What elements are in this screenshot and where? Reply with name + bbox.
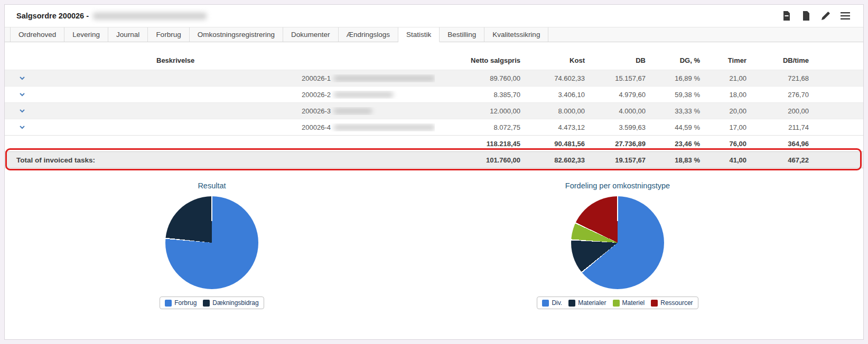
dg-value: 59,38 %: [650, 91, 704, 99]
legend-label: Forbrug: [174, 299, 197, 307]
chevron-down-icon: [20, 93, 24, 95]
legend-item-dækningsbidrag[interactable]: Dækningsbidrag: [203, 299, 258, 307]
header-timer: Timer: [704, 56, 751, 64]
task-description-redacted: [334, 92, 393, 98]
timer-value: 21,00: [704, 74, 751, 82]
kost-value: 3.406,10: [525, 91, 589, 99]
sum-db-time: 364,96: [751, 140, 813, 148]
db-value: 15.157,67: [589, 74, 650, 82]
tab-dokumenter[interactable]: Dokumenter: [283, 27, 339, 42]
table-row[interactable]: 200026-3 12.000,00 8.000,00 4.000,00 33,…: [5, 102, 863, 119]
sum-db: 27.736,89: [589, 140, 650, 148]
sum-timer: 76,00: [704, 140, 751, 148]
legend-label: Materialer: [578, 299, 606, 307]
table-row[interactable]: 200026-4 8.072,75 4.473,12 3.599,63 44,5…: [5, 119, 863, 135]
header-dg-pct: DG, %: [650, 56, 704, 64]
dg-value: 33,33 %: [650, 107, 704, 115]
fordeling-legend: Div.MaterialerMaterielRessourcer: [537, 297, 698, 309]
expand-row-button[interactable]: [18, 74, 26, 82]
tab-levering[interactable]: Levering: [64, 27, 108, 42]
tab-ændringslogs[interactable]: Ændringslogs: [339, 27, 399, 42]
total-dg: 18,83 %: [650, 156, 704, 164]
task-description-redacted: [334, 125, 435, 130]
dg-value: 16,89 %: [650, 74, 704, 82]
task-number: 200026-1: [302, 74, 331, 82]
chevron-down-icon: [20, 110, 24, 112]
table-header-row: Beskrivelse Netto salgspris Kost DB DG, …: [5, 51, 863, 70]
tab-omkostningsregistrering[interactable]: Omkostningsregistrering: [190, 27, 283, 42]
legend-swatch: [651, 300, 658, 307]
task-description-redacted: [334, 108, 372, 114]
header-db: DB: [589, 56, 650, 64]
tab-journal[interactable]: Journal: [108, 27, 148, 42]
legend-label: Materiel: [622, 299, 645, 307]
legend-swatch: [613, 300, 620, 307]
kost-value: 74.602,33: [525, 74, 589, 82]
db-time-value: 200,00: [751, 107, 813, 115]
table-row[interactable]: 200026-2 8.385,70 3.406,10 4.979,60 59,3…: [5, 86, 863, 102]
netto-value: 89.760,00: [435, 74, 525, 82]
table-body: 200026-1 89.760,00 74.602,33 15.157,67 1…: [5, 70, 863, 135]
task-number: 200026-3: [302, 107, 331, 115]
header-netto-salgspris: Netto salgspris: [435, 56, 525, 64]
legend-item-div[interactable]: Div.: [542, 299, 562, 307]
table-row[interactable]: 200026-1 89.760,00 74.602,33 15.157,67 1…: [5, 70, 863, 86]
document-icon[interactable]: [801, 11, 811, 21]
chart-resultat-title: Resultat: [117, 181, 307, 190]
document-lines-icon[interactable]: [781, 11, 792, 21]
sales-order-window: Salgsordre 200026 - OrdrehovedLeveringJo…: [4, 4, 864, 340]
tab-ordrehoved[interactable]: Ordrehoved: [10, 27, 64, 42]
tab-kvalitetssikring[interactable]: Kvalitetssikring: [484, 27, 548, 42]
sum-dg: 23,46 %: [650, 140, 704, 148]
chevron-down-icon: [20, 77, 24, 79]
total-db-time: 467,22: [751, 156, 813, 164]
toolbar: [781, 11, 851, 21]
legend-swatch: [165, 300, 172, 307]
timer-value: 18,00: [704, 91, 751, 99]
customer-name-redacted: [93, 13, 207, 20]
expand-row-button[interactable]: [18, 91, 26, 98]
db-time-value: 721,68: [751, 74, 813, 82]
task-number: 200026-4: [302, 123, 331, 131]
kost-value: 8.000,00: [525, 107, 589, 115]
tab-statistik[interactable]: Statistik: [398, 27, 440, 42]
total-invoiced-row: Total of invoiced tasks: 101.760,00 82.6…: [5, 151, 863, 168]
netto-value: 8.385,70: [435, 91, 525, 99]
db-time-value: 211,74: [751, 123, 813, 131]
legend-item-forbrug[interactable]: Forbrug: [165, 299, 197, 307]
edit-icon[interactable]: [820, 11, 831, 21]
netto-value: 8.072,75: [435, 123, 525, 131]
legend-label: Dækningsbidrag: [212, 299, 258, 307]
tab-bestilling[interactable]: Bestilling: [440, 27, 484, 42]
sum-row: 118.218,45 90.481,56 27.736,89 23,46 % 7…: [5, 135, 863, 151]
db-value: 4.979,60: [589, 91, 650, 99]
page-title: Salgsordre 200026 -: [16, 12, 89, 20]
statistics-table: Beskrivelse Netto salgspris Kost DB DG, …: [5, 42, 863, 168]
sum-kost: 90.481,56: [525, 140, 589, 148]
legend-label: Div.: [552, 299, 562, 307]
tab-strip: OrdrehovedLeveringJournalForbrugOmkostni…: [5, 27, 863, 42]
chart-fordeling-title: Fordeling per omkostningstype: [522, 181, 713, 190]
netto-value: 12.000,00: [435, 107, 525, 115]
legend-swatch: [203, 300, 210, 307]
resultat-pie-chart: [165, 196, 258, 289]
expand-row-button[interactable]: [18, 107, 26, 114]
legend-item-materiel[interactable]: Materiel: [613, 299, 645, 307]
tab-forbrug[interactable]: Forbrug: [148, 27, 189, 42]
menu-icon[interactable]: [840, 11, 851, 21]
db-time-value: 276,70: [751, 91, 813, 99]
total-db: 19.157,67: [589, 156, 650, 164]
header-beskrivelse: Beskrivelse: [36, 56, 435, 64]
task-number: 200026-2: [302, 91, 331, 99]
total-kost: 82.602,33: [525, 156, 589, 164]
db-value: 3.599,63: [589, 123, 650, 131]
chevron-down-icon: [20, 126, 24, 128]
db-value: 4.000,00: [589, 107, 650, 115]
expand-row-button[interactable]: [18, 123, 26, 131]
kost-value: 4.473,12: [525, 123, 589, 131]
legend-item-ressourcer[interactable]: Ressourcer: [651, 299, 693, 307]
title-bar: Salgsordre 200026 -: [5, 5, 863, 27]
legend-item-materialer[interactable]: Materialer: [568, 299, 606, 307]
legend-swatch: [542, 300, 549, 307]
task-description-redacted: [334, 75, 435, 81]
